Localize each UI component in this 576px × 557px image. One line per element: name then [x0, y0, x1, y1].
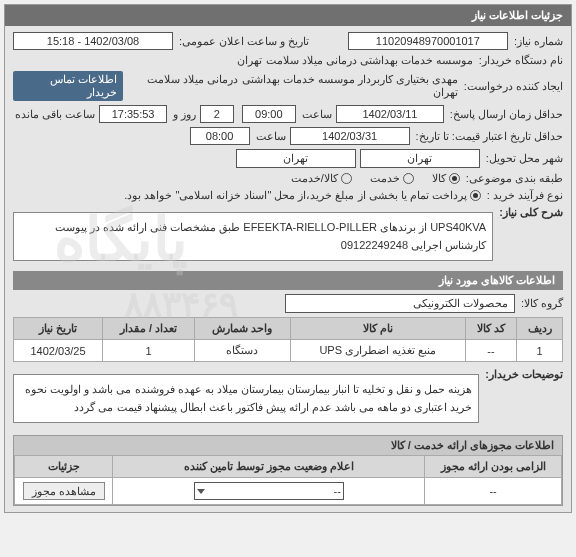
permits-panel: اطلاعات مجوزهای ارائه خدمت / کالا الزامی… — [13, 435, 563, 506]
th-date: تاریخ نیاز — [14, 318, 103, 340]
cell-date: 1402/03/25 — [14, 340, 103, 362]
remain-suffix: ساعت باقی مانده — [13, 108, 95, 121]
radio-goods-service-label: کالا/خدمت — [291, 172, 338, 185]
time-remaining: 17:35:53 — [99, 105, 167, 123]
th-row: ردیف — [517, 318, 563, 340]
panel-title: جزئیات اطلاعات نیاز — [5, 5, 571, 26]
delivery-city-1: تهران — [360, 149, 480, 168]
goods-group-value: محصولات الکترونیکی — [285, 294, 515, 313]
goods-table: ردیف کد کالا نام کالا واحد شمارش تعداد /… — [13, 317, 563, 362]
chevron-down-icon — [197, 489, 205, 494]
delivery-city-label: شهر محل تحویل: — [484, 152, 563, 165]
buyer-notes-box: هزینه حمل و نقل و تخلیه تا انبار بیمارست… — [13, 374, 479, 423]
type-radio-group: کالا خدمت کالا/خدمت — [291, 172, 460, 185]
radio-goods-label: کالا — [432, 172, 446, 185]
goods-group-label: گروه کالا: — [519, 297, 563, 310]
th-code: کد کالا — [465, 318, 516, 340]
goods-section-header: اطلاعات کالاهای مورد نیاز — [13, 271, 563, 290]
permits-title: اطلاعات مجوزهای ارائه خدمت / کالا — [14, 436, 562, 455]
permit-row: -- -- مشاهده مجوز — [15, 478, 562, 505]
contact-buyer-button[interactable]: اطلاعات تماس خریدار — [13, 71, 123, 101]
time-label-1: ساعت — [300, 108, 332, 121]
cell-unit: دستگاه — [194, 340, 290, 362]
deadline-date: 1402/03/11 — [336, 105, 444, 123]
time-label-2: ساعت — [254, 130, 286, 143]
announce-value: 1402/03/08 - 15:18 — [13, 32, 173, 50]
select-placeholder: -- — [334, 485, 341, 497]
table-row[interactable]: 1 -- منبع تغذیه اضطراری UPS دستگاه 1 140… — [14, 340, 563, 362]
permit-status-select[interactable]: -- — [194, 482, 344, 500]
cell-name: منبع تغذیه اضطراری UPS — [290, 340, 465, 362]
valid-to-label: حداقل تاریخ اعتبار قیمت: تا تاریخ: — [414, 130, 563, 143]
permits-table: الزامی بودن ارائه مجوز اعلام وضعیت مجوز … — [14, 455, 562, 505]
buyer-notes-label: توضیحات خریدار: — [483, 368, 563, 381]
days-remaining: 2 — [200, 105, 233, 123]
buyer-device-label: نام دستگاه خریدار: — [477, 54, 563, 67]
valid-to-date: 1402/03/31 — [290, 127, 410, 145]
delivery-city-2: تهران — [236, 149, 356, 168]
creator-value: مهدی بختیاری کاربردار موسسه خدمات بهداشت… — [127, 73, 458, 99]
deadline-time: 09:00 — [242, 105, 297, 123]
perm-cell-1: -- — [425, 478, 562, 505]
th-name: نام کالا — [290, 318, 465, 340]
valid-to-time: 08:00 — [190, 127, 250, 145]
cell-qty: 1 — [103, 340, 195, 362]
need-title-box: UPS40KVA از برندهای EFEEKTA-RIELLO-PILLE… — [13, 212, 493, 261]
perm-th-2: اعلام وضعیت مجوز توسط تامین کننده — [113, 456, 425, 478]
buyer-device-value: موسسه خدمات بهداشتی درمانی میلاد سلامت ت… — [237, 54, 472, 67]
need-no-value: 11020948970001017 — [348, 32, 508, 50]
radio-service[interactable]: خدمت — [370, 172, 414, 185]
perm-th-3: جزئیات — [15, 456, 113, 478]
view-permit-button[interactable]: مشاهده مجوز — [23, 482, 105, 500]
radio-service-label: خدمت — [370, 172, 400, 185]
need-title-label: شرح کلی نیاز: — [497, 206, 563, 219]
creator-label: ایجاد کننده درخواست: — [462, 80, 563, 93]
radio-treasury[interactable]: پرداخت تمام یا بخشی از مبلغ خرید،از محل … — [124, 189, 481, 202]
th-unit: واحد شمارش — [194, 318, 290, 340]
deadline-label: حداقل زمان ارسال پاسخ: — [448, 108, 563, 121]
perm-th-1: الزامی بودن ارائه مجوز — [425, 456, 562, 478]
radio-goods-service[interactable]: کالا/خدمت — [291, 172, 352, 185]
cell-code: -- — [465, 340, 516, 362]
main-panel: جزئیات اطلاعات نیاز شماره نیاز: 11020948… — [4, 4, 572, 513]
radio-goods[interactable]: کالا — [432, 172, 460, 185]
announce-label: تاریخ و ساعت اعلان عمومی: — [177, 35, 309, 48]
purchase-label: نوع فرآیند خرید : — [485, 189, 563, 202]
cell-row: 1 — [517, 340, 563, 362]
day-label: روز و — [171, 108, 196, 121]
purchase-note: پرداخت تمام یا بخشی از مبلغ خرید،از محل … — [124, 189, 467, 202]
type-label: طبقه بندی موضوعی: — [464, 172, 563, 185]
th-qty: تعداد / مقدار — [103, 318, 195, 340]
need-no-label: شماره نیاز: — [512, 35, 563, 48]
